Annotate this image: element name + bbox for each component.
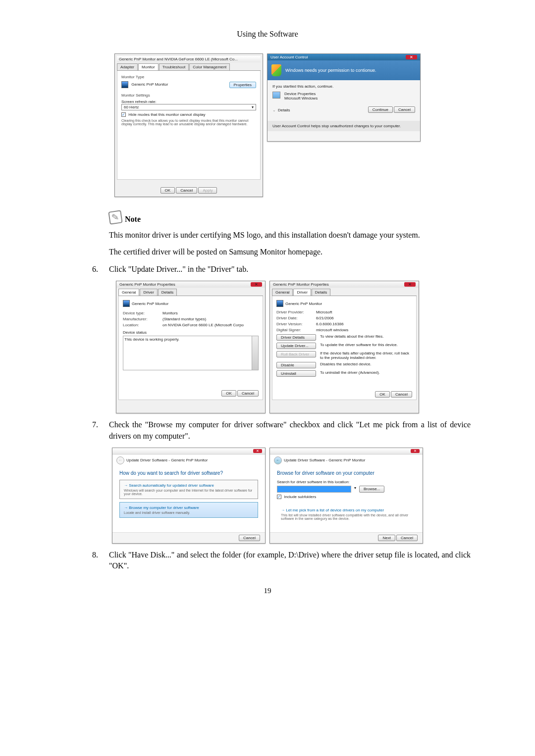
note-label: Note bbox=[125, 215, 141, 224]
close-icon[interactable]: ✕ bbox=[411, 449, 420, 453]
monitor-icon bbox=[272, 92, 280, 99]
date-value: 6/21/2006 bbox=[316, 316, 334, 320]
option-auto-search[interactable]: → Search automatically for updated drive… bbox=[119, 480, 258, 499]
option-desc: Locate and install driver software manua… bbox=[124, 511, 254, 514]
step-text: Click "Have Disk..." and select the fold… bbox=[109, 550, 471, 572]
back-icon[interactable]: ← bbox=[116, 456, 124, 464]
include-subfolders-label: Include subfolders bbox=[284, 495, 316, 499]
tab-details[interactable]: Details bbox=[312, 289, 330, 296]
option-browse-computer[interactable]: → Browse my computer for driver software… bbox=[119, 502, 258, 518]
cancel-button[interactable]: Cancel bbox=[396, 535, 418, 541]
device-status-label: Device status bbox=[123, 330, 259, 335]
cancel-button[interactable]: Cancel bbox=[237, 390, 259, 397]
cancel-button[interactable]: Cancel bbox=[394, 106, 415, 113]
dialog-title: Generic PnP Monitor and NVIDIA GeForce 6… bbox=[117, 56, 261, 62]
tab-color-management[interactable]: Color Management bbox=[189, 63, 230, 70]
rollback-driver-button[interactable]: Roll Back Driver bbox=[276, 351, 316, 357]
step-7: 7. Check the "Browse my computer for dri… bbox=[92, 419, 471, 442]
note-block: ✎ Note bbox=[109, 211, 471, 224]
back-icon[interactable]: ← bbox=[274, 456, 282, 464]
refresh-rate-dropdown[interactable]: 60 Hertz bbox=[121, 104, 256, 110]
cancel-button[interactable]: Cancel bbox=[239, 535, 260, 541]
monitor-settings-label: Monitor Settings bbox=[121, 93, 256, 98]
wizard-heading: How do you want to search for driver sof… bbox=[119, 470, 258, 476]
wizard-search-dialog: ✕ ← Update Driver Software - Generic PnP… bbox=[112, 448, 266, 544]
version-label: Driver Version: bbox=[276, 322, 316, 326]
dialog-title: Generic PnP Monitor Properties bbox=[119, 282, 175, 287]
properties-button[interactable]: Properties bbox=[229, 82, 256, 88]
location-input[interactable] bbox=[277, 486, 351, 493]
tab-content: Monitor Type Generic PnP Monitor Propert… bbox=[117, 71, 261, 180]
refresh-rate-label: Screen refresh rate: bbox=[121, 100, 256, 104]
monitor-type-label: Monitor Type bbox=[121, 75, 256, 79]
note-text-1: This monitor driver is under certifying … bbox=[109, 230, 471, 241]
step-6: 6. Click "Update Driver..." in the "Driv… bbox=[92, 264, 471, 275]
version-value: 6.0.6000.16386 bbox=[316, 322, 344, 326]
location-value: on NVIDIA GeForce 6600 LE (Microsoft Cor… bbox=[162, 323, 244, 327]
details-link[interactable]: Details bbox=[278, 108, 290, 112]
tab-details[interactable]: Details bbox=[158, 289, 177, 296]
option-title: Let me pick from a list of device driver… bbox=[286, 508, 384, 512]
tab-driver[interactable]: Driver bbox=[140, 289, 157, 296]
cancel-button[interactable]: Cancel bbox=[176, 187, 197, 194]
uac-dialog: User Account Control ✕ Windows needs you… bbox=[267, 53, 421, 142]
disable-desc: Disables the selected device. bbox=[320, 362, 412, 366]
step-text: Click "Update Driver..." in the "Driver"… bbox=[109, 264, 471, 275]
dialog-title: Generic PnP Monitor Properties bbox=[273, 282, 329, 287]
apply-button[interactable]: Apply bbox=[198, 187, 217, 194]
uac-footer-text: User Account Control helps stop unauthor… bbox=[268, 121, 420, 131]
step-8: 8. Click "Have Disk..." and select the f… bbox=[92, 550, 471, 572]
tab-monitor[interactable]: Monitor bbox=[138, 63, 159, 70]
wizard-heading: Browse for driver software on your compu… bbox=[277, 470, 416, 476]
close-icon[interactable]: ✕ bbox=[404, 282, 416, 287]
tab-troubleshoot[interactable]: Troubleshoot bbox=[159, 63, 189, 70]
driver-details-button[interactable]: Driver Details bbox=[276, 334, 316, 341]
rollback-driver-desc: If the device fails after updating the d… bbox=[320, 351, 412, 360]
option-let-me-pick[interactable]: → Let me pick from a list of device driv… bbox=[277, 505, 416, 523]
option-desc: This list will show installed driver sof… bbox=[281, 513, 412, 520]
update-driver-desc: To update the driver software for this d… bbox=[320, 343, 412, 347]
uninstall-button[interactable]: Uninstall bbox=[276, 370, 316, 377]
step-number: 7. bbox=[92, 419, 109, 442]
tab-general[interactable]: General bbox=[272, 289, 293, 296]
signer-label: Digital Signer: bbox=[276, 328, 316, 332]
driver-details-desc: To view details about the driver files. bbox=[320, 334, 412, 339]
monitor-settings-dialog: Generic PnP Monitor and NVIDIA GeForce 6… bbox=[114, 53, 263, 197]
continue-button[interactable]: Continue bbox=[368, 106, 393, 113]
close-icon[interactable]: ✕ bbox=[251, 282, 262, 287]
signer-value: microsoft windows bbox=[316, 328, 348, 332]
next-button[interactable]: Next bbox=[378, 535, 395, 541]
ok-button[interactable]: OK bbox=[375, 391, 390, 398]
option-title: Search automatically for updated driver … bbox=[129, 483, 214, 488]
provider-value: Microsoft bbox=[316, 310, 332, 314]
cancel-button[interactable]: Cancel bbox=[391, 391, 412, 398]
props-general-dialog: Generic PnP Monitor Properties ✕ General… bbox=[116, 281, 266, 413]
ok-button[interactable]: OK bbox=[160, 187, 175, 194]
update-driver-button[interactable]: Update Driver... bbox=[276, 343, 316, 349]
uac-banner-text: Windows needs your permission to contion… bbox=[285, 68, 376, 73]
browse-button[interactable]: Browse... bbox=[359, 486, 384, 493]
include-subfolders-checkbox[interactable]: ✓ bbox=[277, 495, 281, 499]
chevron-down-icon[interactable]: ⌄ bbox=[272, 108, 276, 112]
ok-button[interactable]: OK bbox=[221, 390, 236, 397]
monitor-icon bbox=[276, 300, 283, 307]
breadcrumb: Update Driver Software - Generic PnP Mon… bbox=[284, 458, 365, 462]
uac-program-name: Device Properties bbox=[284, 92, 318, 96]
device-status-text: This device is working properly. bbox=[123, 336, 259, 370]
tab-adapter[interactable]: Adapter bbox=[117, 63, 138, 70]
uac-publisher: Microsoft Windows bbox=[284, 96, 318, 101]
hide-modes-description: Clearing this check box allows you to se… bbox=[121, 119, 256, 126]
device-name: Generic PnP Monitor bbox=[132, 302, 168, 306]
option-desc: Windows will search your computer and th… bbox=[124, 489, 254, 496]
uninstall-desc: To uninstall the driver (Advanced). bbox=[320, 370, 412, 375]
close-icon[interactable]: ✕ bbox=[406, 55, 417, 59]
disable-button[interactable]: Disable bbox=[276, 362, 316, 368]
tab-general[interactable]: General bbox=[118, 289, 139, 296]
page-header: Using the Software bbox=[64, 30, 471, 39]
close-icon[interactable]: ✕ bbox=[253, 449, 262, 453]
wizard-browse-dialog: ✕ ← Update Driver Software - Generic PnP… bbox=[269, 448, 423, 544]
tab-driver[interactable]: Driver bbox=[293, 289, 311, 296]
option-title: Browse my computer for driver software bbox=[129, 505, 199, 510]
note-icon: ✎ bbox=[108, 210, 122, 224]
hide-modes-checkbox[interactable]: ✓ bbox=[121, 112, 126, 117]
